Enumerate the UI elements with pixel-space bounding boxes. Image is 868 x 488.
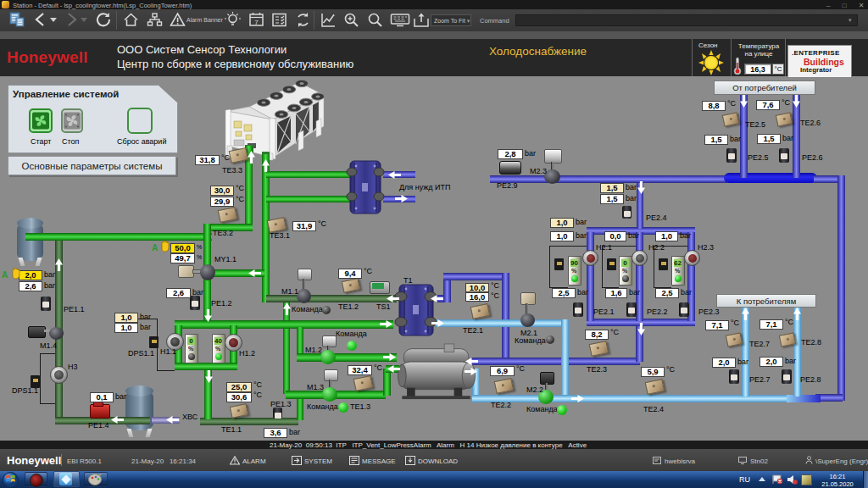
svg-text:7: 7 [254,19,259,26]
